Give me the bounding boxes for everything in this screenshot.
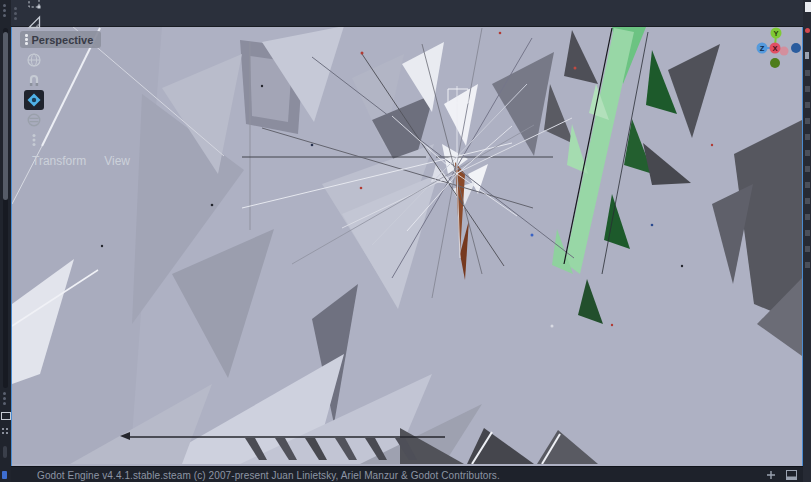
axis-neg-x[interactable] bbox=[780, 47, 789, 56]
view-menu[interactable]: View bbox=[95, 154, 139, 168]
preview-environment-button[interactable] bbox=[24, 110, 44, 130]
3d-editor-toolbar: TransformView bbox=[11, 0, 803, 27]
right-dock-sliver bbox=[803, 0, 811, 482]
dock-fragment bbox=[805, 52, 809, 59]
toolbar-grabber-icon[interactable] bbox=[14, 7, 17, 20]
use-local-space-button[interactable] bbox=[24, 50, 44, 70]
globe-icon bbox=[26, 52, 42, 68]
axis-neg-y[interactable] bbox=[770, 58, 780, 68]
ruler-icon bbox=[26, 14, 42, 30]
add-icon[interactable] bbox=[766, 470, 776, 480]
axis-label-X: X bbox=[772, 44, 777, 53]
grid-icon[interactable] bbox=[2, 428, 9, 436]
transform-menu[interactable]: Transform bbox=[23, 154, 95, 168]
dock-divider bbox=[3, 446, 7, 458]
left-dock-strip bbox=[0, 0, 11, 482]
engine-version-text: Godot Engine v4.4.1.stable.steam (c) 200… bbox=[37, 470, 500, 481]
axis-label-Y: Y bbox=[773, 29, 778, 38]
left-scrollbar[interactable] bbox=[3, 28, 8, 388]
group-node-button[interactable] bbox=[24, 0, 44, 12]
axis-gizmo[interactable]: YZX bbox=[749, 27, 805, 73]
snap-icon bbox=[26, 72, 42, 88]
ruler-mode-button[interactable] bbox=[24, 12, 44, 32]
dock-fragment bbox=[805, 2, 811, 12]
group-icon bbox=[26, 0, 42, 10]
dock-fragment bbox=[805, 70, 810, 270]
sun-environment-settings-button[interactable] bbox=[24, 130, 44, 150]
status-chip-icon bbox=[2, 471, 7, 479]
use-snap-button[interactable] bbox=[24, 70, 44, 90]
kebab-icon bbox=[26, 132, 42, 148]
axis-neg-z[interactable] bbox=[791, 43, 801, 53]
sun-icon bbox=[26, 92, 42, 108]
axis-label-Z: Z bbox=[760, 44, 765, 53]
preview-sun-button[interactable] bbox=[24, 90, 44, 110]
env-icon bbox=[26, 112, 42, 128]
panel-icon[interactable] bbox=[1, 412, 11, 420]
expand-bottom-panel-icon[interactable] bbox=[786, 470, 797, 480]
status-bar: Godot Engine v4.4.1.stable.steam (c) 200… bbox=[11, 466, 803, 482]
dock-grabber-icon[interactable] bbox=[3, 4, 7, 17]
dock-grabber-icon[interactable] bbox=[3, 392, 7, 405]
dock-fragment bbox=[805, 28, 810, 33]
left-scrollbar-thumb[interactable] bbox=[3, 32, 8, 200]
